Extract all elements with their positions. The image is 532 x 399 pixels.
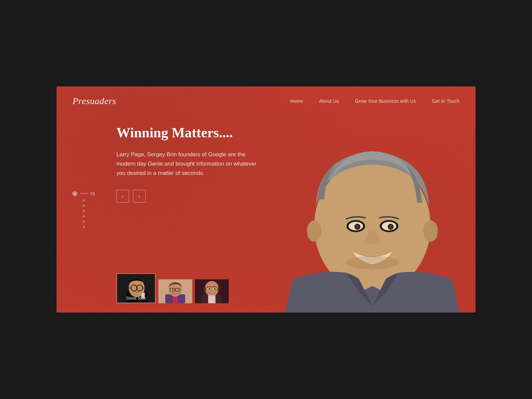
nav-about[interactable]: About Us bbox=[319, 98, 339, 104]
thumbnail-jeff-bezos[interactable] bbox=[195, 279, 229, 303]
person-portrait bbox=[259, 100, 475, 313]
slide-number: 01 bbox=[90, 191, 95, 196]
thumbnail-bill-gates[interactable] bbox=[158, 279, 192, 303]
svg-point-14 bbox=[346, 256, 399, 269]
svg-point-38 bbox=[178, 289, 179, 290]
navbar: Presuaders Home About Us Grow Your Busin… bbox=[57, 86, 475, 106]
svg-point-13 bbox=[423, 220, 438, 242]
svg-point-37 bbox=[172, 289, 173, 290]
svg-point-44 bbox=[205, 281, 219, 296]
thumbnail-steve-jobs[interactable]: Steve Jobs bbox=[116, 273, 156, 303]
slide-title: Winning Matters.... bbox=[116, 125, 263, 141]
dot-2[interactable] bbox=[83, 200, 85, 201]
nav-home[interactable]: Home bbox=[290, 98, 303, 104]
nav-grow[interactable]: Grow Your Business with Us bbox=[355, 98, 416, 104]
svg-point-11 bbox=[389, 225, 393, 229]
dot-5[interactable] bbox=[83, 215, 85, 217]
svg-point-12 bbox=[307, 220, 322, 242]
svg-point-50 bbox=[209, 288, 210, 290]
dot-6[interactable] bbox=[83, 221, 85, 223]
nav-contact[interactable]: Get In Touch bbox=[432, 98, 460, 104]
bill-gates-image bbox=[158, 279, 192, 303]
svg-point-10 bbox=[355, 225, 359, 229]
steve-jobs-label: Steve Jobs bbox=[117, 296, 155, 301]
slide-indicators: 01 bbox=[72, 191, 95, 228]
person-svg bbox=[259, 100, 475, 313]
next-button[interactable]: › bbox=[133, 190, 146, 202]
text-section: Winning Matters.... Larry Page, Sergey B… bbox=[116, 125, 263, 202]
svg-point-47 bbox=[217, 287, 220, 292]
dot-7[interactable] bbox=[83, 226, 85, 228]
jeff-bezos-image bbox=[195, 279, 229, 303]
slide-description: Larry Page, Sergey Brin founders of Goog… bbox=[116, 150, 263, 178]
prev-button[interactable]: ‹ bbox=[116, 190, 129, 202]
chevron-left-icon: ‹ bbox=[122, 193, 123, 199]
logo[interactable]: Presuaders bbox=[72, 96, 116, 106]
dot-4[interactable] bbox=[83, 210, 85, 212]
main-screen: Presuaders Home About Us Grow Your Busin… bbox=[57, 86, 475, 313]
dot-3[interactable] bbox=[83, 205, 85, 207]
nav-buttons: ‹ › bbox=[116, 190, 263, 202]
indicator-active-row: 01 bbox=[72, 191, 95, 196]
svg-point-46 bbox=[203, 287, 206, 292]
main-content: 01 Winning Matters.... Larry Page, Serge… bbox=[57, 106, 475, 313]
thumbnail-strip: Steve Jobs bbox=[116, 273, 229, 303]
indicator-dash bbox=[80, 194, 88, 194]
chevron-right-icon: › bbox=[138, 193, 140, 199]
indicator-circle-active[interactable] bbox=[72, 191, 77, 196]
svg-point-51 bbox=[214, 288, 216, 290]
nav-links: Home About Us Grow Your Business with Us… bbox=[290, 98, 460, 104]
